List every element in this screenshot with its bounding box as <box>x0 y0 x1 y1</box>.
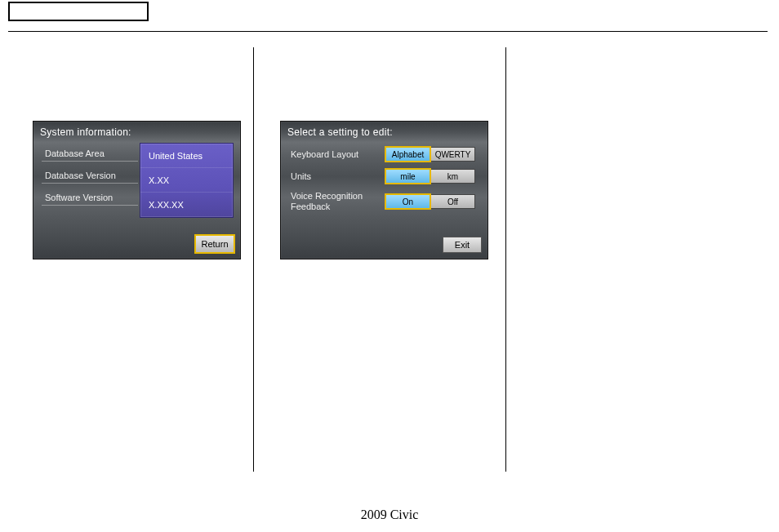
info-label-database-area: Database Area <box>42 145 138 162</box>
units-option-group: mile km <box>385 169 475 184</box>
setting-label-units: Units <box>289 171 385 182</box>
voice-option-on[interactable]: On <box>385 194 430 209</box>
column-3 <box>506 47 759 472</box>
info-value-software-version: X.XX.XX <box>140 193 233 217</box>
horizontal-rule <box>8 31 768 32</box>
info-label-software-version: Software Version <box>42 189 138 206</box>
setting-label-keyboard: Keyboard Layout <box>289 149 385 160</box>
settings-title: Select a setting to edit: <box>281 122 487 141</box>
info-value-database-version: X.XX <box>140 168 233 193</box>
setting-row-units: Units mile km <box>289 167 479 185</box>
setting-label-voice: Voice Recognition Feedback <box>289 191 385 212</box>
top-empty-box <box>8 2 149 21</box>
units-option-km[interactable]: km <box>430 169 475 184</box>
column-2: Select a setting to edit: Keyboard Layou… <box>253 47 506 472</box>
exit-button[interactable]: Exit <box>443 237 482 253</box>
settings-panel: Select a setting to edit: Keyboard Layou… <box>280 121 488 259</box>
info-label-database-version: Database Version <box>42 167 138 184</box>
setting-row-voice: Voice Recognition Feedback On Off <box>289 189 479 214</box>
units-option-mile[interactable]: mile <box>385 169 430 184</box>
keyboard-option-alphabet[interactable]: Alphabet <box>385 147 430 162</box>
footer-text: 2009 Civic <box>0 508 779 522</box>
info-values-block: United States X.XX X.XX.XX <box>140 143 234 218</box>
setting-row-keyboard: Keyboard Layout Alphabet QWERTY <box>289 145 479 163</box>
column-1: System information: Database Area Databa… <box>8 47 253 472</box>
columns-container: System information: Database Area Databa… <box>8 47 768 472</box>
voice-option-off[interactable]: Off <box>430 194 475 209</box>
info-value-database-area: United States <box>140 144 233 168</box>
keyboard-option-group: Alphabet QWERTY <box>385 147 475 162</box>
voice-option-group: On Off <box>385 194 475 209</box>
system-info-panel: System information: Database Area Databa… <box>33 121 241 259</box>
keyboard-option-qwerty[interactable]: QWERTY <box>430 147 475 162</box>
return-button[interactable]: Return <box>195 235 234 253</box>
system-info-title: System information: <box>33 122 240 141</box>
